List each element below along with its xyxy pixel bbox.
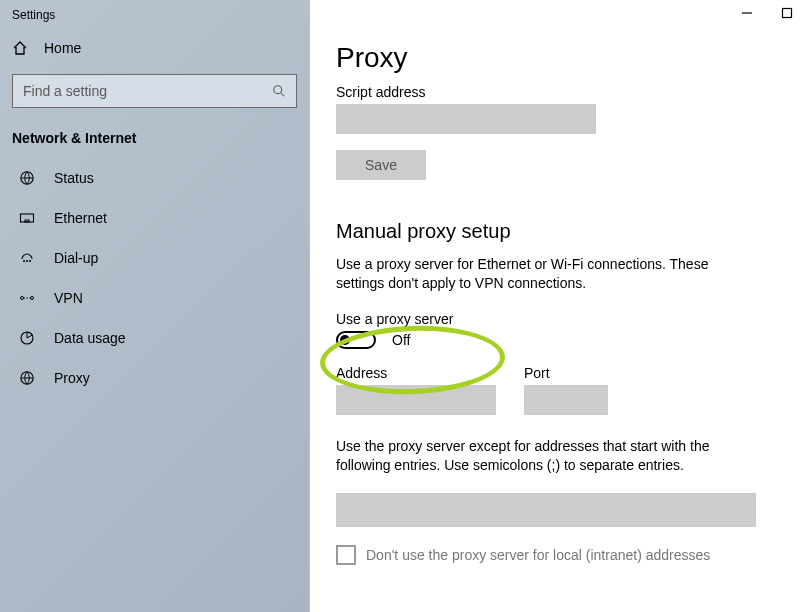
address-label: Address	[336, 365, 496, 381]
globe-icon	[18, 170, 36, 186]
sidebar-item-label: Data usage	[54, 330, 126, 346]
svg-line-1	[281, 93, 285, 97]
exceptions-description: Use the proxy server except for addresse…	[336, 437, 756, 475]
datausage-icon	[18, 330, 36, 346]
sidebar-item-dialup[interactable]: Dial-up	[0, 238, 309, 278]
search-box[interactable]	[12, 74, 297, 108]
dialup-icon	[18, 250, 36, 266]
page-title: Proxy	[336, 42, 780, 74]
sidebar-item-datausage[interactable]: Data usage	[0, 318, 309, 358]
sidebar-item-proxy[interactable]: Proxy	[0, 358, 309, 398]
sidebar-item-status[interactable]: Status	[0, 158, 309, 198]
window-controls	[740, 6, 794, 20]
settings-sidebar: Settings Home Network & Internet Status …	[0, 0, 310, 612]
proxy-icon	[18, 370, 36, 386]
toggle-state-text: Off	[392, 332, 410, 348]
svg-point-8	[21, 297, 24, 300]
save-button[interactable]: Save	[336, 150, 426, 180]
sidebar-item-label: Dial-up	[54, 250, 98, 266]
sidebar-item-ethernet[interactable]: Ethernet	[0, 198, 309, 238]
sidebar-item-label: VPN	[54, 290, 83, 306]
minimize-button[interactable]	[740, 6, 754, 20]
script-address-input[interactable]	[336, 104, 596, 134]
manual-proxy-heading: Manual proxy setup	[336, 220, 780, 243]
svg-rect-4	[25, 220, 29, 222]
home-nav[interactable]: Home	[0, 26, 309, 66]
use-proxy-label: Use a proxy server	[336, 311, 780, 327]
search-icon	[272, 84, 286, 98]
toggle-knob	[340, 335, 350, 345]
manual-proxy-description: Use a proxy server for Ethernet or Wi-Fi…	[336, 255, 756, 293]
local-addresses-label: Don't use the proxy server for local (in…	[366, 547, 710, 563]
sidebar-item-label: Proxy	[54, 370, 90, 386]
proxy-address-input[interactable]	[336, 385, 496, 415]
proxy-exceptions-input[interactable]	[336, 493, 756, 527]
port-label: Port	[524, 365, 608, 381]
script-address-label: Script address	[336, 84, 780, 100]
svg-rect-14	[783, 9, 792, 18]
maximize-button[interactable]	[780, 6, 794, 20]
proxy-port-input[interactable]	[524, 385, 608, 415]
vpn-icon	[18, 290, 36, 306]
sidebar-section-header: Network & Internet	[0, 126, 309, 158]
home-icon	[12, 40, 28, 56]
svg-rect-3	[21, 214, 34, 222]
sidebar-item-label: Status	[54, 170, 94, 186]
main-panel: Proxy Script address Save Manual proxy s…	[310, 0, 800, 612]
svg-point-5	[23, 260, 25, 262]
sidebar-item-label: Ethernet	[54, 210, 107, 226]
sidebar-item-vpn[interactable]: VPN	[0, 278, 309, 318]
local-addresses-checkbox[interactable]	[336, 545, 356, 565]
svg-point-6	[26, 260, 28, 262]
ethernet-icon	[18, 210, 36, 226]
search-input[interactable]	[23, 83, 272, 99]
svg-point-7	[29, 260, 31, 262]
home-label: Home	[44, 40, 81, 56]
use-proxy-toggle[interactable]	[336, 331, 376, 349]
svg-point-9	[31, 297, 34, 300]
svg-point-0	[274, 86, 282, 94]
app-title: Settings	[0, 0, 309, 26]
